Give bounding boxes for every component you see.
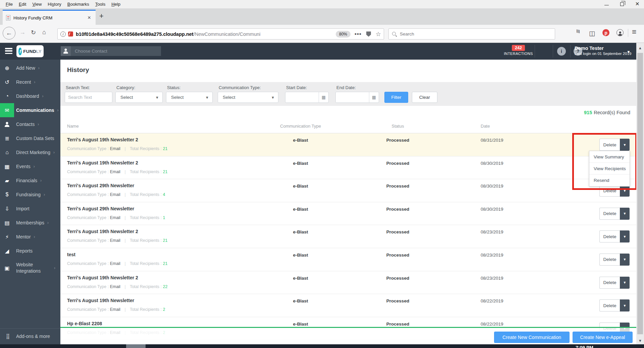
user-menu-caret-icon[interactable]: ▼ [627,50,631,54]
menu-item[interactable]: Bookmarks [64,2,92,7]
app-nav-toggle-icon[interactable] [5,48,12,54]
horizontal-scrollbar-thumb[interactable] [126,344,146,348]
menu-item[interactable]: Edit [16,2,29,7]
bookmark-star-icon[interactable]: ☆ [376,30,381,38]
delete-split-button[interactable]: Delete ▼ [599,139,630,151]
menu-item[interactable]: History [45,2,64,7]
vertical-scrollbar[interactable]: ▲ ▼ [636,43,644,344]
sidebar-item-website-integrations[interactable]: ▣ Website Integrations › [0,258,60,278]
delete-button[interactable]: Delete [599,230,620,242]
fundly-logo[interactable]: f FUNDLY [16,45,44,57]
calendar-icon[interactable]: ▦ [319,92,328,102]
extension-icon[interactable] [68,31,73,37]
zoom-level-badge[interactable]: 80% [336,31,351,38]
delete-caret-icon[interactable]: ▼ [620,230,630,242]
menu-item[interactable]: Help [108,2,123,7]
start-date-field[interactable]: ▦ [285,92,329,103]
home-icon[interactable]: ⌂ [42,29,46,36]
status-select[interactable]: Select▼ [166,92,213,103]
delete-button[interactable]: Delete [599,254,620,266]
sidebar-item-import[interactable]: ⇩ Import › [0,202,60,216]
scrollbar-thumb[interactable] [637,53,643,334]
sidebar-panel-icon[interactable]: ◫ [589,29,595,37]
restore-icon[interactable] [620,2,624,6]
page-info-icon[interactable]: i [60,31,66,37]
action-view-recipients[interactable]: View Recipients [589,163,630,175]
close-icon[interactable]: × [635,1,639,7]
sidebar-item-recent[interactable]: ↺ Recent › [0,75,60,89]
browser-search-bar[interactable] [388,28,555,40]
choose-contact-field[interactable] [61,46,161,56]
sidebar-item-add-new[interactable]: ⊕ Add New › [0,61,60,75]
menu-item[interactable]: File [3,2,16,7]
delete-split-button[interactable]: Delete ▼ [599,254,630,266]
browser-tab[interactable]: History Fundly CRM × [3,10,96,25]
browser-search-input[interactable] [400,31,551,37]
back-icon[interactable]: ← [3,27,15,40]
url-text[interactable]: b10f01de8a4349c49c50568e6489a275.cloudap… [76,31,332,37]
delete-caret-icon[interactable]: ▼ [620,208,630,220]
sidebar-item-events[interactable]: ▦ Events › [0,159,60,173]
delete-caret-icon[interactable]: ▼ [620,277,630,289]
end-date-input[interactable] [336,92,369,102]
action-view-summary[interactable]: View Summary [589,151,630,163]
minimize-icon[interactable] [604,5,609,6]
delete-split-button[interactable]: Delete ▼ [599,230,630,242]
delete-split-button[interactable]: Delete ▼ [599,208,630,220]
forward-icon[interactable]: → [19,29,25,36]
new-tab-button[interactable]: + [99,12,104,20]
start-date-input[interactable] [285,92,318,102]
action-resend[interactable]: Resend [589,175,630,186]
scroll-down-icon[interactable]: ▼ [636,336,644,345]
delete-button[interactable]: Delete [599,139,620,151]
browser-menu-icon[interactable]: ≡ [632,27,636,37]
sidebar-item-custom-data-sets[interactable]: ≣ Custom Data Sets › [0,131,60,145]
sidebar-item-reports[interactable]: ◢ Reports › [0,244,60,258]
interactions-counter[interactable]: 242 INTERACTIONS [502,45,535,56]
pocket-icon[interactable]: p [602,29,609,36]
sidebar-item-mentor[interactable]: ⚡ Mentor › [0,230,60,244]
choose-contact-input[interactable] [71,49,156,54]
create-new-communication-button[interactable]: Create New Communication [494,332,570,343]
scroll-up-icon[interactable]: ▲ [636,44,644,52]
reload-icon[interactable]: ↻ [31,29,36,36]
page-actions-icon[interactable]: ••• [355,31,362,38]
delete-button[interactable]: Delete [599,299,620,311]
delete-button[interactable]: Delete [599,277,620,289]
info-icon[interactable]: i [557,47,566,56]
sidebar-item-addons[interactable]: ⣿ Add-ons & more [0,328,60,344]
delete-split-button[interactable]: Delete ▼ [599,299,630,311]
sidebar-item-financials[interactable]: ▰ Financials › [0,173,60,188]
user-menu[interactable]: Demo Tester Last login on 01 September 2… [575,46,631,56]
end-date-field[interactable]: ▦ [335,92,379,103]
category-select[interactable]: Select▼ [115,92,163,103]
sidebar-item-dashboard[interactable]: ◔ Dashboard › [0,89,60,103]
delete-button[interactable]: Delete [599,208,620,220]
clear-button[interactable]: Clear [412,92,437,103]
delete-caret-icon[interactable]: ▼ [620,139,630,151]
delete-split-button[interactable]: Delete ▼ [599,277,630,289]
tab-close-icon[interactable]: × [86,14,92,21]
sub-type-label: Communication Type : [67,215,109,220]
delete-caret-icon[interactable]: ▼ [620,299,630,311]
menu-item[interactable]: Tools [92,2,108,7]
menu-item[interactable]: View [29,2,45,7]
sidebar-item-memberships[interactable]: ▤ Memberships › [0,216,60,230]
shield-icon[interactable] [366,31,371,37]
search-text-input[interactable] [65,92,112,102]
communication-type-select[interactable]: Select▼ [218,92,278,103]
url-bar[interactable]: i b10f01de8a4349c49c50568e6489a275.cloud… [57,28,384,40]
sidebar-item-direct-marketing[interactable]: ⌂ Direct Marketing › [0,145,60,159]
search-text-field[interactable] [65,92,112,103]
sidebar-item-contacts[interactable]: Contacts › [0,117,60,131]
sidebar-item-fundraising[interactable]: $ Fundraising › [0,188,60,202]
sidebar-item-communications[interactable]: ✉ Communications › [0,103,60,117]
calendar-icon[interactable]: ▦ [369,92,379,102]
create-new-eappeal-button[interactable]: Create New e-Appeal [573,332,633,343]
end-date-label: End Date: [336,85,356,90]
library-icon[interactable]: ≡ [575,29,582,38]
sub-type-value: Email [110,307,120,312]
account-icon[interactable] [616,29,624,36]
filter-button[interactable]: Filter [384,92,408,103]
delete-caret-icon[interactable]: ▼ [620,254,630,266]
